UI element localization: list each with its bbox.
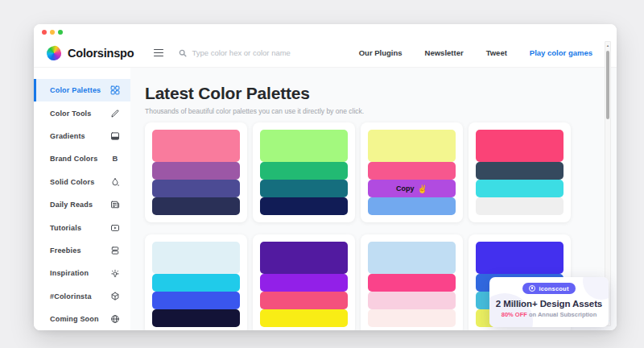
sidebar-item-label: Freebies <box>50 246 81 255</box>
sidebar-item-label: #Colorinsta <box>50 292 92 300</box>
color-stripe[interactable] <box>368 274 456 292</box>
color-stripe[interactable] <box>260 309 348 327</box>
iconscout-promo-card[interactable]: iconscout 2 Million+ Design Assets 80% O… <box>489 277 609 327</box>
palette-card-3[interactable]: Copy✌ <box>361 122 463 222</box>
color-stripe[interactable] <box>476 180 564 197</box>
color-stripe[interactable] <box>368 242 456 274</box>
promo-decor-blob <box>583 277 609 300</box>
palette-card-7[interactable] <box>361 234 463 330</box>
header-nav: Our PluginsNewsletterTweetPlay color gam… <box>359 48 592 57</box>
brand-title[interactable]: Colorsinspo <box>68 47 134 60</box>
color-stripe[interactable] <box>260 274 348 292</box>
color-stripe[interactable] <box>152 162 240 180</box>
nav-link-our-plugins[interactable]: Our Plugins <box>359 48 402 57</box>
color-stripe[interactable] <box>368 130 456 162</box>
color-stripe[interactable] <box>476 130 564 162</box>
sidebar-item-inspiration[interactable]: Inspiration <box>34 262 130 284</box>
grid-icon <box>110 85 120 95</box>
sidebar-item-label: Tutorials <box>50 224 81 232</box>
sidebar: Color PalettesColor ToolsGradientsBrand … <box>34 68 130 330</box>
cube-icon <box>110 292 120 301</box>
promo-offer-suffix: on Annual Subscription <box>529 311 597 318</box>
sidebar-item-freebies[interactable]: Freebies <box>34 239 130 262</box>
color-stripe[interactable] <box>476 197 564 215</box>
color-stripe[interactable] <box>260 162 348 180</box>
sidebar-item-tutorials[interactable]: Tutorials <box>34 216 130 238</box>
scroll-up-arrow[interactable]: ▲ <box>605 44 610 48</box>
sidebar-item-label: Gradients <box>50 132 85 140</box>
sidebar-item-label: Daily Reads <box>50 201 93 209</box>
color-stripe[interactable] <box>476 242 564 274</box>
letter-b-icon: B <box>110 154 120 164</box>
copy-overlay: Copy✌ <box>368 180 456 197</box>
news-icon <box>110 200 120 209</box>
search-box <box>179 48 341 57</box>
color-stripe[interactable] <box>152 309 240 327</box>
palette-card-1[interactable] <box>145 122 247 222</box>
sidebar-item-label: Solid Colors <box>50 178 94 186</box>
window-close-button[interactable] <box>42 30 47 35</box>
color-stripe[interactable] <box>476 162 564 180</box>
sidebar-item-colorinsta[interactable]: #Colorinsta <box>34 285 130 308</box>
palette-card-2[interactable] <box>253 122 355 222</box>
color-stripe[interactable]: Copy✌ <box>368 180 456 197</box>
color-stripe[interactable] <box>368 309 456 327</box>
color-stripe[interactable] <box>260 197 348 215</box>
palette-card-6[interactable] <box>253 234 355 330</box>
copy-label: Copy <box>396 184 415 193</box>
nav-link-newsletter[interactable]: Newsletter <box>425 48 464 57</box>
menu-icon[interactable] <box>154 49 163 57</box>
page-subtitle: Thousands of beautiful color palettes yo… <box>145 107 617 115</box>
window-minimize-button[interactable] <box>50 30 55 35</box>
color-stripe[interactable] <box>152 274 240 292</box>
color-stripe[interactable] <box>152 130 240 162</box>
sidebar-item-coming-soon[interactable]: Coming Soon <box>34 308 130 330</box>
color-stripe[interactable] <box>260 130 348 162</box>
sidebar-item-label: Color Palettes <box>50 86 101 94</box>
color-stripe[interactable] <box>260 180 348 197</box>
gradient-icon <box>110 131 120 141</box>
page-title: Latest Color Palettes <box>145 84 617 103</box>
color-stripe[interactable] <box>152 292 240 309</box>
color-stripe[interactable] <box>260 292 348 309</box>
svg-text:B: B <box>113 155 118 164</box>
sidebar-item-daily-reads[interactable]: Daily Reads <box>34 193 130 216</box>
hand-emoji-icon: ✌ <box>418 184 427 193</box>
sidebar-item-gradients[interactable]: Gradients <box>34 125 130 147</box>
color-stripe[interactable] <box>368 162 456 180</box>
sidebar-item-label: Coming Soon <box>50 315 99 323</box>
window-controls <box>42 30 63 35</box>
promo-offer: 80% OFF <box>502 311 527 318</box>
palette-card-5[interactable] <box>145 234 247 330</box>
palette-card-4[interactable] <box>469 122 571 222</box>
nav-link-play-color-games[interactable]: Play color games <box>530 48 592 57</box>
video-icon <box>110 223 120 233</box>
nav-link-tweet[interactable]: Tweet <box>486 48 507 57</box>
globe-icon <box>110 314 120 324</box>
app-header: Colorsinspo Our PluginsNewsletterTweetPl… <box>34 39 617 68</box>
window-titlebar <box>34 24 617 39</box>
color-stripe[interactable] <box>152 197 240 215</box>
color-stripe[interactable] <box>152 242 240 274</box>
sidebar-item-color-tools[interactable]: Color Tools <box>34 102 130 124</box>
scrollbar-thumb[interactable] <box>606 51 609 119</box>
colorsinspo-logo-icon[interactable] <box>46 44 62 60</box>
sidebar-item-solid-colors[interactable]: Solid Colors <box>34 171 130 193</box>
color-stripe[interactable] <box>260 242 348 274</box>
window-zoom-button[interactable] <box>58 30 63 35</box>
sidebar-item-brand-colors[interactable]: Brand ColorsB <box>34 147 130 170</box>
search-icon <box>179 49 187 57</box>
color-stripe[interactable] <box>152 180 240 197</box>
pen-icon <box>110 109 120 118</box>
sidebar-item-label: Color Tools <box>50 110 92 118</box>
iconscout-logo-icon <box>529 285 535 292</box>
sidebar-item-label: Brand Colors <box>50 155 97 163</box>
iconscout-badge[interactable]: iconscout <box>522 283 575 294</box>
search-input[interactable] <box>192 48 341 57</box>
desktop-background: Colorsinspo Our PluginsNewsletterTweetPl… <box>0 0 644 348</box>
iconscout-badge-label: iconscout <box>539 285 568 292</box>
promo-headline: 2 Million+ Design Assets <box>489 299 609 309</box>
color-stripe[interactable] <box>368 292 456 309</box>
sidebar-item-color-palettes[interactable]: Color Palettes <box>34 79 130 102</box>
color-stripe[interactable] <box>368 197 456 215</box>
